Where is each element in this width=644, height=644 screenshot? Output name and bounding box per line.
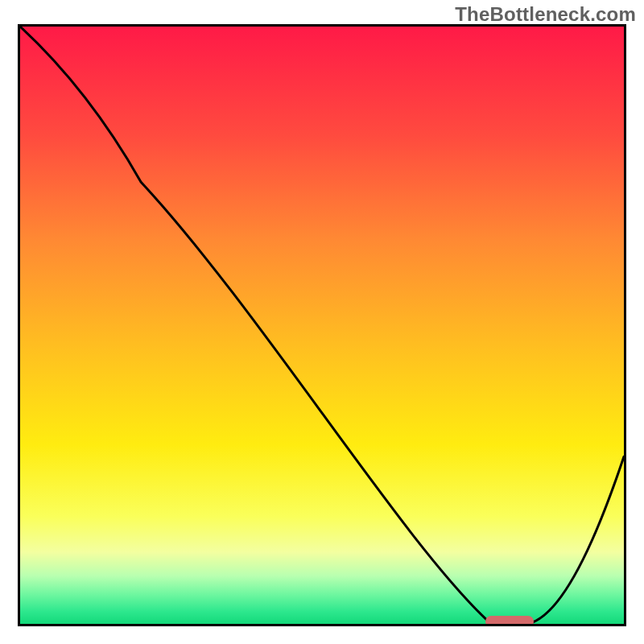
attribution-watermark: TheBottleneck.com <box>455 3 636 26</box>
plot-area <box>18 24 626 626</box>
bottleneck-chart: TheBottleneck.com <box>0 0 644 644</box>
bottleneck-curve-path <box>20 27 624 624</box>
optimum-marker <box>485 616 534 626</box>
curve-layer <box>20 27 624 624</box>
